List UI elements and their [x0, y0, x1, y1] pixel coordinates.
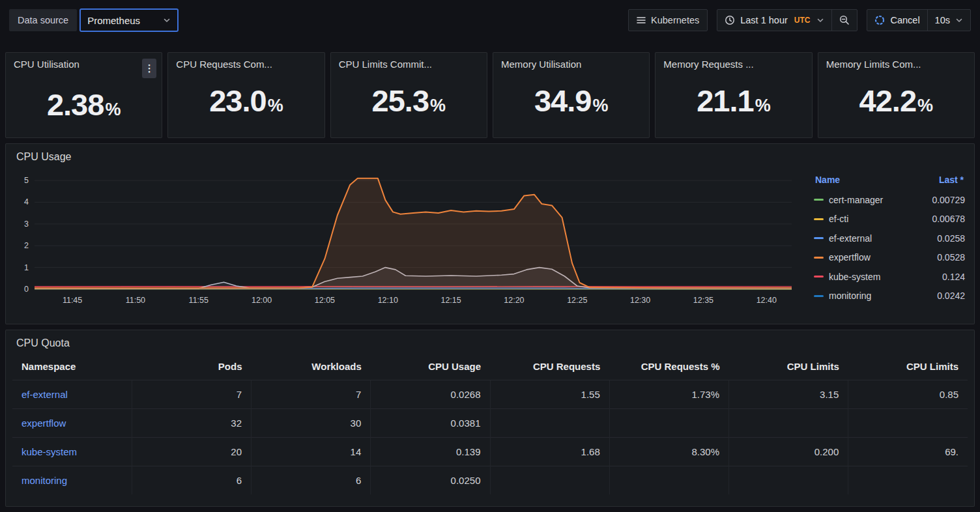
legend-row: kube-system0.124	[814, 267, 965, 287]
cpu-quota-panel: CPU Quota NamespacePodsWorkloadsCPU Usag…	[5, 330, 975, 507]
svg-text:12:25: 12:25	[567, 296, 587, 305]
column-header[interactable]: Pods	[132, 353, 251, 380]
column-header[interactable]: CPU Usage	[371, 353, 490, 380]
dashboard-page: Data source Prometheus Kubernetes	[0, 0, 980, 512]
value-cell: 1.73%	[609, 380, 728, 409]
refresh-interval-picker[interactable]: 10s	[927, 10, 970, 31]
legend-row: ef-cti0.00678	[814, 210, 965, 229]
time-range-picker[interactable]: Last 1 hour UTC	[717, 10, 831, 31]
series-name-link[interactable]: ef-external	[829, 233, 937, 244]
svg-text:2: 2	[24, 241, 29, 250]
value-cell: 0.0268	[371, 380, 490, 409]
panel-title: CPU Utilisation	[14, 59, 79, 70]
svg-text:1: 1	[24, 263, 29, 272]
svg-text:11:50: 11:50	[126, 296, 145, 305]
namespace-cell: monitoring	[12, 466, 132, 495]
legend-row: ef-external0.0258	[814, 229, 965, 248]
cpu-quota-table: NamespacePodsWorkloadsCPU UsageCPU Reque…	[12, 353, 968, 494]
series-name-link[interactable]: monitoring	[829, 291, 937, 301]
chevron-down-icon	[955, 16, 963, 24]
namespace-link[interactable]: kube-system	[22, 446, 77, 457]
namespace-link[interactable]: ef-external	[22, 389, 68, 400]
value-cell	[848, 466, 968, 495]
svg-text:0: 0	[24, 285, 29, 294]
svg-text:12:30: 12:30	[630, 296, 650, 305]
value-cell: 69.	[848, 438, 968, 466]
hamburger-icon	[637, 16, 646, 24]
svg-text:12:15: 12:15	[440, 296, 461, 305]
series-color-swatch	[814, 237, 824, 239]
series-last-value: 0.00678	[932, 214, 965, 224]
stat-value: 25.3	[372, 83, 429, 119]
series-name-link[interactable]: expertflow	[829, 252, 937, 263]
legend-row: cert-manager0.00729	[814, 190, 965, 210]
legend-row: monitoring0.0242	[814, 287, 965, 306]
value-cell: 14	[252, 438, 371, 466]
svg-text:12:40: 12:40	[757, 296, 777, 305]
legend-name-header[interactable]: Name	[815, 175, 840, 185]
value-cell: 0.85	[848, 380, 968, 409]
value-cell: 8.30%	[609, 438, 728, 466]
kubernetes-dashboard-button[interactable]: Kubernetes	[628, 9, 708, 31]
time-range-label: Last 1 hour	[740, 15, 788, 25]
stat-panel-memory-utilisation: Memory Utilisation 34.9%	[493, 52, 650, 138]
panel-title[interactable]: CPU Quota	[6, 330, 974, 352]
svg-text:12:35: 12:35	[693, 296, 713, 305]
svg-text:12:00: 12:00	[252, 296, 272, 305]
cpu-usage-legend: Name Last * cert-manager0.00729ef-cti0.0…	[810, 165, 974, 307]
cpu-usage-chart[interactable]: 01234511:4511:5011:5512:0012:0512:1012:1…	[10, 165, 795, 307]
series-last-value: 0.0528	[937, 252, 965, 263]
value-cell	[848, 409, 968, 438]
value-cell	[729, 466, 848, 495]
stat-unit: %	[105, 100, 121, 120]
series-name-link[interactable]: ef-cti	[829, 214, 932, 224]
value-cell: 0.200	[729, 438, 848, 466]
value-cell: 30	[252, 409, 371, 438]
column-header[interactable]: CPU Requests %	[609, 353, 728, 380]
series-name-link[interactable]: cert-manager	[829, 195, 932, 205]
namespace-link[interactable]: monitoring	[22, 475, 67, 486]
svg-text:12:20: 12:20	[504, 296, 524, 305]
zoom-out-icon	[839, 15, 850, 25]
column-header[interactable]: CPU Requests	[490, 353, 609, 380]
value-cell	[490, 466, 609, 495]
value-cell: 3.15	[729, 380, 848, 409]
column-header[interactable]: CPU Limits	[848, 353, 968, 380]
kubernetes-button-label: Kubernetes	[651, 15, 699, 25]
svg-text:12:05: 12:05	[315, 296, 335, 305]
namespace-link[interactable]: expertflow	[22, 418, 66, 429]
stat-unit: %	[430, 96, 446, 116]
panel-title: Memory Requests ...	[663, 59, 753, 70]
svg-text:5: 5	[24, 176, 29, 185]
stat-panel-cpu-utilisation: CPU Utilisation ⋮ 2.38%	[5, 52, 162, 138]
value-cell: 20	[132, 438, 251, 466]
series-name-link[interactable]: kube-system	[829, 272, 942, 282]
value-cell: 6	[132, 466, 251, 495]
value-cell: 6	[252, 466, 371, 495]
stats-row: CPU Utilisation ⋮ 2.38% CPU Requests Com…	[5, 52, 975, 138]
stat-unit: %	[755, 96, 771, 116]
value-cell: 0.139	[371, 438, 490, 466]
column-header[interactable]: Workloads	[252, 353, 371, 380]
series-last-value: 0.0242	[937, 291, 965, 301]
cancel-refresh-button[interactable]: Cancel	[867, 10, 927, 31]
legend-last-header[interactable]: Last *	[939, 175, 964, 185]
stat-unit: %	[917, 96, 933, 116]
column-header[interactable]: CPU Limits	[729, 353, 848, 380]
chevron-down-icon	[163, 16, 171, 24]
panel-title: Memory Utilisation	[501, 59, 581, 70]
column-header[interactable]: Namespace	[12, 353, 132, 380]
time-picker-group: Last 1 hour UTC	[717, 9, 857, 31]
series-color-swatch	[814, 295, 824, 297]
table-row: ef-external770.02681.551.73%3.150.85	[12, 380, 968, 409]
panel-title[interactable]: CPU Usage	[6, 144, 974, 165]
panel-title: CPU Limits Commit...	[339, 59, 432, 70]
panel-title: Memory Limits Com...	[826, 59, 921, 70]
svg-text:11:55: 11:55	[189, 296, 209, 305]
data-source-picker[interactable]: Prometheus	[79, 8, 179, 32]
stat-panel-cpu-requests-commitment: CPU Requests Com... 23.0%	[167, 52, 324, 138]
zoom-out-time-button[interactable]	[831, 10, 857, 31]
table-header-row: NamespacePodsWorkloadsCPU UsageCPU Reque…	[12, 353, 968, 380]
panel-menu-button[interactable]: ⋮	[142, 59, 156, 78]
table-row: monitoring660.0250	[12, 466, 968, 495]
